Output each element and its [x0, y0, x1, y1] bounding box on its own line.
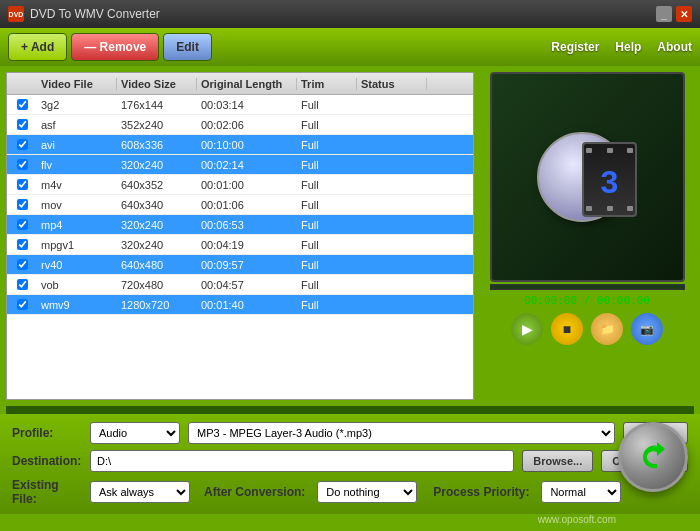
row-trim: Full [297, 259, 357, 271]
process-priority-label: Process Priority: [433, 485, 529, 499]
app-icon: DVD [8, 6, 24, 22]
main-area: Video File Video Size Original Length Tr… [0, 66, 700, 406]
table-row[interactable]: rv40 640x480 00:09:57 Full [7, 255, 473, 275]
row-size: 720x480 [117, 279, 197, 291]
row-checkbox[interactable] [7, 119, 37, 130]
row-size: 320x240 [117, 239, 197, 251]
preview-progress [490, 284, 685, 290]
row-checkbox[interactable] [7, 239, 37, 250]
th-video-size: Video Size [117, 78, 197, 90]
profile-select[interactable]: Audio Video [90, 422, 180, 444]
table-row[interactable]: avi 608x336 00:10:00 Full [7, 135, 473, 155]
row-checkbox[interactable] [7, 179, 37, 190]
row-size: 320x240 [117, 219, 197, 231]
table-row[interactable]: 3g2 176x144 00:03:14 Full [7, 95, 473, 115]
row-trim: Full [297, 239, 357, 251]
row-size: 640x480 [117, 259, 197, 271]
after-conversion-select[interactable]: Do nothing Shutdown Hibernate [317, 481, 417, 503]
open-media-button[interactable]: 📁 [591, 313, 623, 345]
stop-button[interactable]: ■ [551, 313, 583, 345]
play-button[interactable]: ▶ [511, 313, 543, 345]
row-filename: flv [37, 159, 117, 171]
convert-button[interactable] [618, 422, 688, 492]
table-row[interactable]: mp4 320x240 00:06:53 Full [7, 215, 473, 235]
minimize-button[interactable]: _ [656, 6, 672, 22]
add-button[interactable]: + Add [8, 33, 67, 61]
table-row[interactable]: wmv9 1280x720 00:01:40 Full [7, 295, 473, 315]
help-link[interactable]: Help [615, 40, 641, 54]
row-length: 00:04:57 [197, 279, 297, 291]
row-filename: 3g2 [37, 99, 117, 111]
row-length: 00:02:14 [197, 159, 297, 171]
row-filename: rv40 [37, 259, 117, 271]
table-row[interactable]: vob 720x480 00:04:57 Full [7, 275, 473, 295]
destination-input[interactable] [90, 450, 514, 472]
row-checkbox[interactable] [7, 99, 37, 110]
preview-screen: 3 [490, 72, 685, 282]
row-length: 00:10:00 [197, 139, 297, 151]
profile-label: Profile: [12, 426, 82, 440]
row-trim: Full [297, 99, 357, 111]
row-length: 00:09:57 [197, 259, 297, 271]
register-link[interactable]: Register [551, 40, 599, 54]
row-trim: Full [297, 139, 357, 151]
row-checkbox[interactable] [7, 259, 37, 270]
process-priority-select[interactable]: Normal High Low [541, 481, 621, 503]
edit-button[interactable]: Edit [163, 33, 212, 61]
screenshot-button[interactable]: 📷 [631, 313, 663, 345]
table-row[interactable]: mov 640x340 00:01:06 Full [7, 195, 473, 215]
table-row[interactable]: asf 352x240 00:02:06 Full [7, 115, 473, 135]
row-checkbox[interactable] [7, 219, 37, 230]
row-trim: Full [297, 219, 357, 231]
existing-file-select[interactable]: Ask always Overwrite Skip [90, 481, 190, 503]
row-filename: vob [37, 279, 117, 291]
row-length: 00:01:40 [197, 299, 297, 311]
row-filename: asf [37, 119, 117, 131]
table-row[interactable]: mpgv1 320x240 00:04:19 Full [7, 235, 473, 255]
watermark: www.oposoft.com [538, 514, 616, 525]
row-filename: avi [37, 139, 117, 151]
row-length: 00:04:19 [197, 239, 297, 251]
row-trim: Full [297, 159, 357, 171]
row-checkbox[interactable] [7, 199, 37, 210]
after-conversion-label: After Conversion: [204, 485, 305, 499]
th-status: Status [357, 78, 427, 90]
settings-area: Profile: Audio Video MP3 - MPEG Layer-3 … [0, 414, 700, 514]
close-button[interactable]: ✕ [676, 6, 692, 22]
table-body[interactable]: 3g2 176x144 00:03:14 Full asf 352x240 00… [7, 95, 473, 399]
about-link[interactable]: About [657, 40, 692, 54]
toolbar: + Add — Remove Edit Register Help About [0, 28, 700, 66]
app-title: DVD To WMV Converter [30, 7, 656, 21]
dvd-graphic: 3 [527, 117, 647, 237]
row-length: 00:06:53 [197, 219, 297, 231]
table-row[interactable]: m4v 640x352 00:01:00 Full [7, 175, 473, 195]
row-trim: Full [297, 179, 357, 191]
browse-button[interactable]: Browse... [522, 450, 593, 472]
row-size: 640x352 [117, 179, 197, 191]
row-trim: Full [297, 279, 357, 291]
row-filename: wmv9 [37, 299, 117, 311]
film-strip: 3 [582, 142, 637, 217]
row-checkbox[interactable] [7, 139, 37, 150]
row-trim: Full [297, 299, 357, 311]
row-filename: mp4 [37, 219, 117, 231]
remove-button[interactable]: — Remove [71, 33, 159, 61]
profile-format-select[interactable]: MP3 - MPEG Layer-3 Audio (*.mp3) [188, 422, 615, 444]
row-trim: Full [297, 199, 357, 211]
row-length: 00:03:14 [197, 99, 297, 111]
row-checkbox[interactable] [7, 299, 37, 310]
convert-btn-area [618, 422, 688, 492]
destination-label: Destination: [12, 454, 82, 468]
table-row[interactable]: flv 320x240 00:02:14 Full [7, 155, 473, 175]
row-checkbox[interactable] [7, 159, 37, 170]
row-size: 640x340 [117, 199, 197, 211]
window-controls: _ ✕ [656, 6, 692, 22]
row-length: 00:02:06 [197, 119, 297, 131]
profile-row: Profile: Audio Video MP3 - MPEG Layer-3 … [12, 422, 688, 444]
row-size: 352x240 [117, 119, 197, 131]
player-controls: ▶ ■ 📁 📷 [511, 313, 663, 345]
row-length: 00:01:00 [197, 179, 297, 191]
row-filename: m4v [37, 179, 117, 191]
row-checkbox[interactable] [7, 279, 37, 290]
existing-file-label: Existing File: [12, 478, 82, 506]
